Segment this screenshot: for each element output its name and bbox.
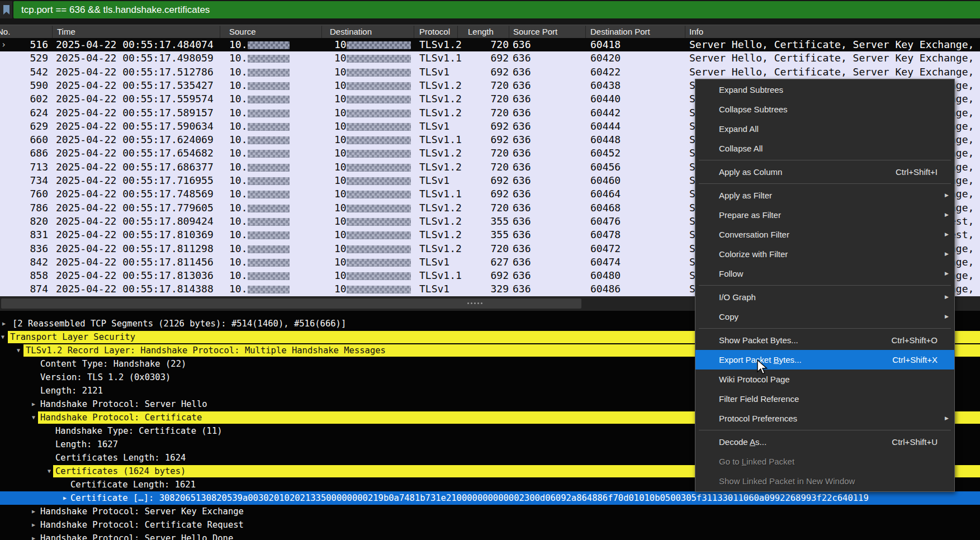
column-separator[interactable] [585,26,586,38]
menu-item-expand-all[interactable]: Expand All [695,119,954,139]
cell-source-port: 636 [513,201,531,215]
cell-source: 10. [229,187,290,201]
tree-row-14[interactable]: ▶Handshake Protocol: Server Key Exchange [0,505,980,518]
cell-destination: 10 [334,174,411,187]
menu-item-collapse-all[interactable]: Collapse All [695,139,954,158]
menu-item-export-packet-bytes[interactable]: Export Packet Bytes...Ctrl+Shift+X [695,350,954,370]
menu-item-prepare-as-filter[interactable]: Prepare as Filter▶ [695,205,954,225]
packet-row-516[interactable]: ›5162025-04-22 00:55:17.48407410.10TLSv1… [0,38,980,51]
redacted-destination-ip [347,259,411,267]
menu-item-label: Wiki Protocol Page [719,375,790,384]
cell-source: 10. [229,106,290,120]
menu-item-wiki-protocol-page[interactable]: Wiki Protocol Page [695,370,954,389]
cell-destination: 10 [334,201,411,215]
tree-row-text: [2 Reassembled TCP Segments (2126 bytes)… [12,317,346,330]
expand-arrow-icon[interactable]: ▶ [63,491,67,505]
cell-source-port: 636 [513,187,531,201]
menu-item-i-o-graph[interactable]: I/O Graph▶ [695,287,954,307]
packet-row-529[interactable]: 5292025-04-22 00:55:17.49805910.10TLSv1.… [0,51,980,65]
tree-row-15[interactable]: ▶Handshake Protocol: Certificate Request [0,518,980,532]
menu-item-colorize-with-filter[interactable]: Colorize with Filter▶ [695,244,954,264]
column-header-no[interactable]: No. [0,25,10,39]
tree-row-text: TLSv1.2 Record Layer: Handshake Protocol… [26,344,386,357]
menu-item-copy[interactable]: Copy▶ [695,307,954,326]
cell-source: 10. [229,38,290,51]
redacted-destination-ip [347,205,411,212]
packet-row-542[interactable]: 5422025-04-22 00:55:17.51278610.10TLSv16… [0,65,980,79]
column-header-time[interactable]: Time [57,25,75,39]
column-separator[interactable] [509,26,509,38]
expand-arrow-icon[interactable]: ▶ [32,397,35,411]
menu-item-protocol-preferences[interactable]: Protocol Preferences▶ [695,409,954,428]
tree-row-16[interactable]: ▶Handshake Protocol: Server Hello Done [0,532,980,540]
redacted-destination-ip [347,177,411,185]
collapse-arrow-icon[interactable]: ▼ [17,344,20,357]
column-separator[interactable] [685,26,685,38]
cell-source-port: 636 [513,282,531,296]
column-header-info[interactable]: Info [689,25,703,39]
cell-time: 2025-04-22 00:55:17.498059 [56,51,214,65]
column-separator[interactable] [52,26,53,38]
column-header-source[interactable]: Source [229,25,256,39]
cell-source-port: 636 [513,174,531,187]
cell-destination: 10 [334,282,411,296]
column-separator[interactable] [220,26,220,38]
tree-row-text: Transport Layer Security [10,330,135,344]
packet-list-header: No.TimeSourceDestinationProtocolLengthSo… [0,25,980,39]
collapse-arrow-icon[interactable]: ▼ [32,411,35,424]
menu-item-collapse-subtrees[interactable]: Collapse Subtrees [695,100,954,119]
menu-item-decode-as[interactable]: Decode As...Ctrl+Shift+U [695,432,954,452]
column-header-length[interactable]: Length [468,25,494,39]
scrollbar-handle[interactable] [1,299,581,309]
column-header-protocol[interactable]: Protocol [419,25,450,39]
filter-bookmark-button[interactable] [0,1,12,18]
expand-arrow-icon[interactable]: ▶ [32,518,35,532]
redacted-source-ip [248,231,290,239]
cell-protocol: TLSv1.2 [419,92,462,106]
menu-item-label: Collapse Subtrees [719,105,788,114]
submenu-arrow-icon: ▶ [945,212,949,217]
cell-source: 10. [229,146,290,160]
pane-splitter-grip[interactable] [467,302,482,304]
context-menu: Expand SubtreesCollapse SubtreesExpand A… [695,79,955,492]
menu-item-expand-subtrees[interactable]: Expand Subtrees [695,80,954,100]
column-separator[interactable] [414,26,414,38]
cell-time: 2025-04-22 00:55:17.779605 [56,201,214,215]
menu-item-apply-as-column[interactable]: Apply as ColumnCtrl+Shift+I [695,162,954,182]
submenu-arrow-icon: ▶ [945,231,949,237]
column-separator[interactable] [457,26,458,38]
cell-source-port: 636 [513,133,531,146]
redacted-destination-ip [347,41,411,49]
display-filter-input[interactable]: tcp.port == 636 && tls.handshake.certifi… [13,1,980,18]
expand-arrow-icon[interactable]: ▶ [32,532,35,540]
cell-source: 10. [229,51,290,65]
cell-length: 355 [463,228,509,241]
expand-arrow-icon[interactable]: ▶ [2,317,6,330]
cell-time: 2025-04-22 00:55:17.716955 [56,174,214,187]
cell-time: 2025-04-22 00:55:17.484074 [56,38,214,51]
column-header-destination[interactable]: Destination [330,25,372,39]
menu-item-conversation-filter[interactable]: Conversation Filter▶ [695,225,954,244]
tree-row-13[interactable]: ▶Certificate […]: 3082065130820539a00302… [0,491,980,505]
column-separator[interactable] [321,26,322,38]
menu-item-label: Decode As... [719,437,766,447]
cell-no: 542 [0,65,48,79]
cell-length: 692 [463,187,509,201]
column-header-source-port[interactable]: Source Port [513,25,557,39]
column-header-destination-port[interactable]: Destination Port [590,25,650,39]
cell-source: 10. [229,228,290,241]
collapse-arrow-icon[interactable]: ▼ [48,465,51,478]
menu-item-label: Conversation Filter [719,230,789,239]
redacted-source-ip [248,123,290,131]
menu-item-show-packet-bytes[interactable]: Show Packet Bytes...Ctrl+Shift+O [695,330,954,350]
menu-separator [699,183,951,184]
menu-item-filter-field-reference[interactable]: Filter Field Reference [695,389,954,409]
cell-no: 624 [0,106,48,120]
collapse-arrow-icon[interactable]: ▼ [1,330,4,344]
menu-item-follow[interactable]: Follow▶ [695,264,954,283]
menu-item-apply-as-filter[interactable]: Apply as Filter▶ [695,186,954,205]
expand-arrow-icon[interactable]: ▶ [32,505,35,518]
cell-source: 10. [229,160,290,174]
tree-row-text: Version: TLS 1.2 (0x0303) [40,371,171,384]
cell-protocol: TLSv1.2 [419,201,462,215]
